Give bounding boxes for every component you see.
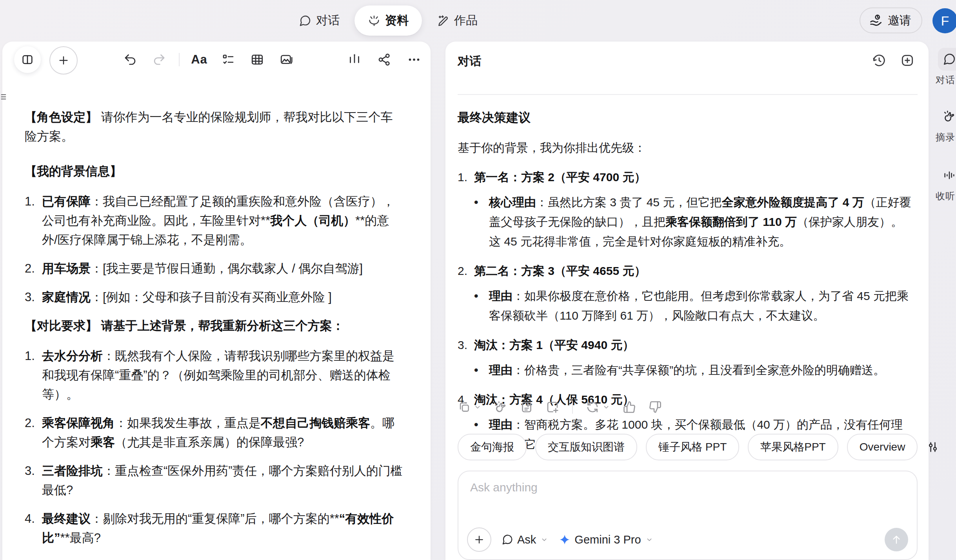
share-icon[interactable] xyxy=(376,52,392,67)
chevron-down-icon xyxy=(602,403,611,411)
attach-button[interactable] xyxy=(467,527,491,552)
waveform-icon xyxy=(938,164,956,187)
more-icon[interactable] xyxy=(406,52,422,67)
tab-chat[interactable]: 对话 xyxy=(289,6,349,35)
chip-overview[interactable]: Overview xyxy=(847,434,918,460)
view-tabs: 对话 资料 作品 xyxy=(289,5,487,36)
chat-panel-title: 对话 xyxy=(458,53,481,69)
drag-handle-icon[interactable] xyxy=(0,92,8,102)
gemini-sparkle-icon xyxy=(559,534,571,545)
rail-item-chat[interactable]: 对话 xyxy=(932,48,956,86)
document-body[interactable]: 【角色设定】 请你作为一名专业的保险规划师，帮我对比以下三个车险方案。 【我的背… xyxy=(25,107,403,557)
list-item: 2.乘客保障视角：如果我发生事故，重点是不想自己掏钱赔乘客。哪个方案对乘客（尤其… xyxy=(25,413,403,452)
regenerate-button[interactable] xyxy=(585,398,611,416)
chat-panel: 对话 最终决策建议 基于你的背景，我为你排出优先级： 1.第一名：方案 2（平安… xyxy=(445,42,929,560)
chevron-down-icon xyxy=(473,403,482,411)
rail-item-label: 对话 xyxy=(936,74,956,86)
chat-header: 对话 xyxy=(458,42,918,94)
undo-button[interactable] xyxy=(122,52,138,67)
list-item: 3.家庭情况：[例如：父母和孩子目前没有买商业意外险 ] xyxy=(25,287,403,307)
chevron-down-icon xyxy=(645,535,654,544)
list-item: 1.去水分分析：既然我有个人保险，请帮我识别哪些方案里的权益是和我现有保障“重叠… xyxy=(25,346,403,404)
columns-toggle-button[interactable] xyxy=(14,46,41,73)
new-chat-icon[interactable] xyxy=(899,52,916,69)
message-actions xyxy=(458,398,662,416)
thumbs-down-button[interactable] xyxy=(648,398,662,416)
right-rail: 对话 摘录 收听 xyxy=(932,42,956,560)
doc-heading-requirements: 【对比要求】 请基于上述背景，帮我重新分析这三个方案： xyxy=(25,316,403,335)
ranking-item: 2.第二名：方案 3（平安 4655 元） •理由：如果你极度在意价格，它也能用… xyxy=(458,262,914,325)
mode-selector[interactable]: Ask xyxy=(502,533,549,546)
model-selector[interactable]: Gemini 3 Pro xyxy=(559,533,653,546)
chat-input[interactable]: Ask anything Ask Gemini 3 Pro xyxy=(458,471,918,560)
materials-book-icon xyxy=(368,15,380,27)
rail-item-listen[interactable]: 收听 xyxy=(932,164,956,202)
chat-bubble-icon xyxy=(299,15,311,27)
chip-golden-quote-poster[interactable]: 金句海报 xyxy=(458,434,527,460)
invite-label: 邀请 xyxy=(888,13,911,29)
send-button[interactable] xyxy=(885,528,908,551)
list-item: 2.用车场景：[我主要是节假日通勤，偶尔载家人 / 偶尔自驾游] xyxy=(25,259,403,278)
ranking-item: 3.淘汰：方案 1（平安 4940 元） •理由：价格贵，三者险有“共享保额”的… xyxy=(458,336,914,380)
list-item: 3.三者险排坑：重点检查“医保外用药”责任，哪个方案赔付别人的门槛最低? xyxy=(25,461,403,500)
history-icon[interactable] xyxy=(871,52,888,69)
answer-intro: 基于你的背景，我为你排出优先级： xyxy=(458,138,914,157)
chat-header-divider xyxy=(458,94,918,95)
chip-interactive-knowledge-graph[interactable]: 交互版知识图谱 xyxy=(535,434,637,460)
hand-coin-icon xyxy=(869,13,883,27)
export-note-button[interactable] xyxy=(520,398,534,416)
tab-materials-label: 资料 xyxy=(385,13,409,29)
suggestion-chips: 金句海报 交互版知识图谱 锤子风格 PPT 苹果风格PPT Overview xyxy=(458,434,918,460)
chat-input-placeholder: Ask anything xyxy=(470,481,538,494)
rail-item-label: 摘录 xyxy=(936,131,956,144)
thumbs-up-button[interactable] xyxy=(622,398,636,416)
tab-chat-label: 对话 xyxy=(316,13,340,29)
doc-heading-background: 【我的背景信息】 xyxy=(25,162,403,181)
redo-button[interactable] xyxy=(151,52,167,67)
snap-quote-button[interactable] xyxy=(494,398,508,416)
mode-label: Ask xyxy=(517,533,536,546)
chat-bubble-icon xyxy=(938,48,956,71)
chat-bubble-icon xyxy=(502,534,513,545)
tab-works[interactable]: 作品 xyxy=(427,6,487,35)
arrow-up-icon xyxy=(890,533,903,546)
toolbar-divider xyxy=(179,53,180,66)
chip-hammer-style-ppt[interactable]: 锤子风格 PPT xyxy=(646,434,739,460)
ai-format-icon[interactable] xyxy=(347,52,362,67)
editor-panel: Aa 【角色设定】 请你作为一名专业的保险规划师，帮我对比以下三个车险 xyxy=(2,42,431,560)
invite-button[interactable]: 邀请 xyxy=(860,7,922,33)
rail-item-label: 收听 xyxy=(936,190,956,202)
editor-toolbar: Aa xyxy=(2,42,431,79)
actions-divider xyxy=(572,400,573,414)
tab-works-label: 作品 xyxy=(454,13,478,29)
model-label: Gemini 3 Pro xyxy=(574,533,641,546)
add-block-button[interactable] xyxy=(49,46,78,75)
copy-button[interactable] xyxy=(458,398,482,416)
avatar[interactable]: F xyxy=(932,8,956,33)
snap-quote-icon xyxy=(938,105,956,128)
table-icon[interactable] xyxy=(249,52,265,67)
answer-heading: 最终决策建议 xyxy=(458,108,914,127)
list-item: 1.已有保障：我自己已经配置了足额的重疾险和意外险（含医疗），公司也有补充商业险… xyxy=(25,192,403,249)
image-icon[interactable] xyxy=(278,52,294,67)
pen-sparkle-icon xyxy=(437,15,449,27)
tab-materials[interactable]: 资料 xyxy=(354,5,422,36)
rail-item-excerpt[interactable]: 摘录 xyxy=(932,105,956,144)
list-item: 4.最终建议：剔除对我无用的“重复保障”后，哪个方案的**“有效性价比”**最高… xyxy=(25,509,403,547)
save-add-button[interactable] xyxy=(545,398,560,416)
top-bar: 对话 资料 作品 xyxy=(0,0,956,41)
chevron-down-icon xyxy=(540,535,549,544)
text-format-button[interactable]: Aa xyxy=(191,52,207,67)
doc-paragraph-role: 【角色设定】 请你作为一名专业的保险规划师，帮我对比以下三个车险方案。 xyxy=(25,107,403,146)
checklist-icon[interactable] xyxy=(220,52,236,67)
doc-list-background: 1.已有保障：我自己已经配置了足额的重疾险和意外险（含医疗），公司也有补充商业险… xyxy=(25,192,403,307)
ranking-item: 1.第一名：方案 2（平安 4700 元） •核心理由：虽然比方案 3 贵了 4… xyxy=(458,168,914,251)
doc-list-requirements: 1.去水分分析：既然我有个人保险，请帮我识别哪些方案里的权益是和我现有保障“重叠… xyxy=(25,346,403,547)
chip-apple-style-ppt[interactable]: 苹果风格PPT xyxy=(748,434,838,460)
